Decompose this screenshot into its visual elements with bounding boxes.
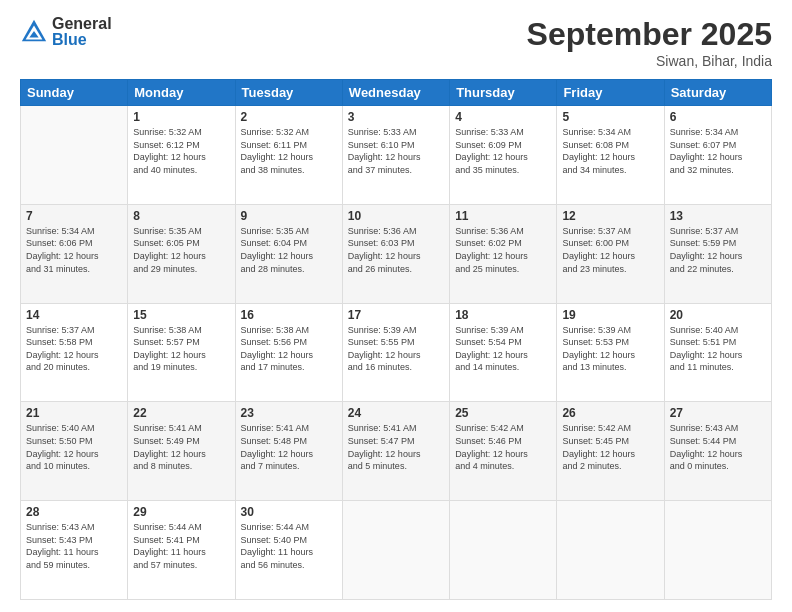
day-info: Sunrise: 5:43 AM Sunset: 5:43 PM Dayligh… [26,521,122,571]
day-info: Sunrise: 5:33 AM Sunset: 6:10 PM Dayligh… [348,126,444,176]
calendar-cell: 1Sunrise: 5:32 AM Sunset: 6:12 PM Daylig… [128,106,235,205]
calendar-cell: 16Sunrise: 5:38 AM Sunset: 5:56 PM Dayli… [235,303,342,402]
day-number: 11 [455,209,551,223]
day-number: 6 [670,110,766,124]
calendar-cell [21,106,128,205]
day-info: Sunrise: 5:37 AM Sunset: 5:59 PM Dayligh… [670,225,766,275]
day-info: Sunrise: 5:39 AM Sunset: 5:54 PM Dayligh… [455,324,551,374]
day-number: 19 [562,308,658,322]
day-number: 22 [133,406,229,420]
day-number: 5 [562,110,658,124]
week-row-2: 14Sunrise: 5:37 AM Sunset: 5:58 PM Dayli… [21,303,772,402]
day-number: 21 [26,406,122,420]
col-monday: Monday [128,80,235,106]
calendar-cell: 19Sunrise: 5:39 AM Sunset: 5:53 PM Dayli… [557,303,664,402]
day-number: 3 [348,110,444,124]
day-info: Sunrise: 5:36 AM Sunset: 6:02 PM Dayligh… [455,225,551,275]
day-info: Sunrise: 5:38 AM Sunset: 5:57 PM Dayligh… [133,324,229,374]
day-number: 18 [455,308,551,322]
logo: General Blue [20,16,112,48]
day-info: Sunrise: 5:41 AM Sunset: 5:47 PM Dayligh… [348,422,444,472]
day-info: Sunrise: 5:41 AM Sunset: 5:49 PM Dayligh… [133,422,229,472]
calendar-cell: 5Sunrise: 5:34 AM Sunset: 6:08 PM Daylig… [557,106,664,205]
calendar-cell: 18Sunrise: 5:39 AM Sunset: 5:54 PM Dayli… [450,303,557,402]
calendar-cell: 22Sunrise: 5:41 AM Sunset: 5:49 PM Dayli… [128,402,235,501]
day-info: Sunrise: 5:35 AM Sunset: 6:04 PM Dayligh… [241,225,337,275]
calendar-cell: 2Sunrise: 5:32 AM Sunset: 6:11 PM Daylig… [235,106,342,205]
logo-general-label: General [52,16,112,32]
calendar-cell: 4Sunrise: 5:33 AM Sunset: 6:09 PM Daylig… [450,106,557,205]
day-number: 4 [455,110,551,124]
day-number: 1 [133,110,229,124]
day-number: 17 [348,308,444,322]
calendar-cell: 3Sunrise: 5:33 AM Sunset: 6:10 PM Daylig… [342,106,449,205]
day-info: Sunrise: 5:39 AM Sunset: 5:55 PM Dayligh… [348,324,444,374]
day-info: Sunrise: 5:33 AM Sunset: 6:09 PM Dayligh… [455,126,551,176]
calendar-cell: 9Sunrise: 5:35 AM Sunset: 6:04 PM Daylig… [235,204,342,303]
day-info: Sunrise: 5:40 AM Sunset: 5:51 PM Dayligh… [670,324,766,374]
day-number: 16 [241,308,337,322]
week-row-0: 1Sunrise: 5:32 AM Sunset: 6:12 PM Daylig… [21,106,772,205]
week-row-1: 7Sunrise: 5:34 AM Sunset: 6:06 PM Daylig… [21,204,772,303]
day-info: Sunrise: 5:44 AM Sunset: 5:41 PM Dayligh… [133,521,229,571]
calendar-cell: 21Sunrise: 5:40 AM Sunset: 5:50 PM Dayli… [21,402,128,501]
day-info: Sunrise: 5:32 AM Sunset: 6:11 PM Dayligh… [241,126,337,176]
header: General Blue September 2025 Siwan, Bihar… [20,16,772,69]
logo-blue-label: Blue [52,32,112,48]
day-number: 7 [26,209,122,223]
day-info: Sunrise: 5:42 AM Sunset: 5:46 PM Dayligh… [455,422,551,472]
calendar-cell: 25Sunrise: 5:42 AM Sunset: 5:46 PM Dayli… [450,402,557,501]
week-row-4: 28Sunrise: 5:43 AM Sunset: 5:43 PM Dayli… [21,501,772,600]
day-info: Sunrise: 5:43 AM Sunset: 5:44 PM Dayligh… [670,422,766,472]
day-number: 26 [562,406,658,420]
day-number: 8 [133,209,229,223]
day-number: 28 [26,505,122,519]
day-info: Sunrise: 5:34 AM Sunset: 6:06 PM Dayligh… [26,225,122,275]
col-wednesday: Wednesday [342,80,449,106]
calendar-cell [664,501,771,600]
calendar-cell: 10Sunrise: 5:36 AM Sunset: 6:03 PM Dayli… [342,204,449,303]
day-info: Sunrise: 5:37 AM Sunset: 6:00 PM Dayligh… [562,225,658,275]
calendar-cell [342,501,449,600]
calendar-cell: 15Sunrise: 5:38 AM Sunset: 5:57 PM Dayli… [128,303,235,402]
calendar-cell: 26Sunrise: 5:42 AM Sunset: 5:45 PM Dayli… [557,402,664,501]
day-info: Sunrise: 5:38 AM Sunset: 5:56 PM Dayligh… [241,324,337,374]
day-info: Sunrise: 5:37 AM Sunset: 5:58 PM Dayligh… [26,324,122,374]
calendar-cell: 30Sunrise: 5:44 AM Sunset: 5:40 PM Dayli… [235,501,342,600]
day-info: Sunrise: 5:42 AM Sunset: 5:45 PM Dayligh… [562,422,658,472]
calendar-cell: 27Sunrise: 5:43 AM Sunset: 5:44 PM Dayli… [664,402,771,501]
calendar-cell: 29Sunrise: 5:44 AM Sunset: 5:41 PM Dayli… [128,501,235,600]
day-number: 25 [455,406,551,420]
day-info: Sunrise: 5:41 AM Sunset: 5:48 PM Dayligh… [241,422,337,472]
col-tuesday: Tuesday [235,80,342,106]
day-info: Sunrise: 5:32 AM Sunset: 6:12 PM Dayligh… [133,126,229,176]
day-number: 15 [133,308,229,322]
calendar-cell: 20Sunrise: 5:40 AM Sunset: 5:51 PM Dayli… [664,303,771,402]
day-number: 23 [241,406,337,420]
col-sunday: Sunday [21,80,128,106]
day-info: Sunrise: 5:35 AM Sunset: 6:05 PM Dayligh… [133,225,229,275]
day-number: 27 [670,406,766,420]
day-info: Sunrise: 5:40 AM Sunset: 5:50 PM Dayligh… [26,422,122,472]
calendar-header-row: Sunday Monday Tuesday Wednesday Thursday… [21,80,772,106]
day-number: 12 [562,209,658,223]
day-info: Sunrise: 5:36 AM Sunset: 6:03 PM Dayligh… [348,225,444,275]
day-number: 14 [26,308,122,322]
calendar-cell: 11Sunrise: 5:36 AM Sunset: 6:02 PM Dayli… [450,204,557,303]
calendar-cell: 28Sunrise: 5:43 AM Sunset: 5:43 PM Dayli… [21,501,128,600]
day-number: 13 [670,209,766,223]
day-info: Sunrise: 5:34 AM Sunset: 6:08 PM Dayligh… [562,126,658,176]
calendar-cell: 14Sunrise: 5:37 AM Sunset: 5:58 PM Dayli… [21,303,128,402]
day-number: 10 [348,209,444,223]
page: General Blue September 2025 Siwan, Bihar… [0,0,792,612]
calendar-cell: 12Sunrise: 5:37 AM Sunset: 6:00 PM Dayli… [557,204,664,303]
calendar-cell: 7Sunrise: 5:34 AM Sunset: 6:06 PM Daylig… [21,204,128,303]
day-info: Sunrise: 5:39 AM Sunset: 5:53 PM Dayligh… [562,324,658,374]
location: Siwan, Bihar, India [527,53,772,69]
calendar-cell: 17Sunrise: 5:39 AM Sunset: 5:55 PM Dayli… [342,303,449,402]
calendar-table: Sunday Monday Tuesday Wednesday Thursday… [20,79,772,600]
day-number: 20 [670,308,766,322]
col-friday: Friday [557,80,664,106]
day-number: 29 [133,505,229,519]
week-row-3: 21Sunrise: 5:40 AM Sunset: 5:50 PM Dayli… [21,402,772,501]
